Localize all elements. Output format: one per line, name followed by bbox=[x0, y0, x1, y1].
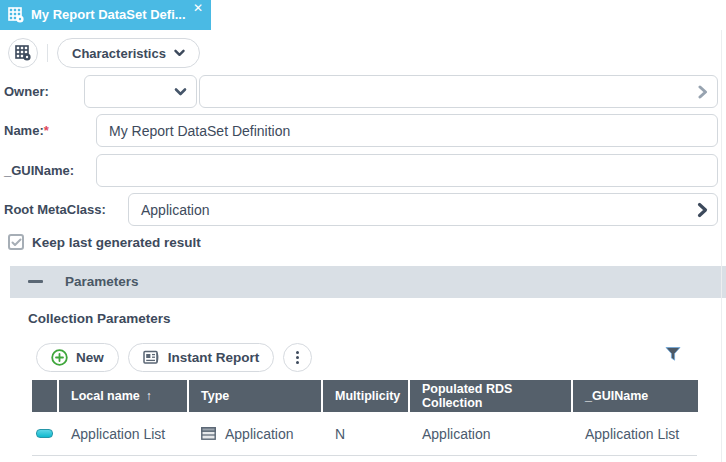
guiname-label: _GUIName: bbox=[4, 163, 74, 178]
checkbox-checked-icon bbox=[8, 234, 24, 250]
name-label: Name:* bbox=[4, 123, 49, 138]
chevron-down-icon bbox=[174, 49, 185, 57]
cyan-capsule-icon bbox=[36, 429, 53, 438]
instant-report-label: Instant Report bbox=[168, 350, 260, 365]
dataset-tool-button[interactable] bbox=[8, 38, 38, 68]
tab-title: My Report DataSet Defi... bbox=[31, 0, 186, 30]
keep-last-generated-label: Keep last generated result bbox=[32, 235, 201, 250]
name-input[interactable]: My Report DataSet Definition bbox=[96, 114, 718, 147]
more-actions-button[interactable] bbox=[283, 343, 312, 372]
chevron-right-icon[interactable] bbox=[697, 202, 708, 217]
cell-local-name: Application List bbox=[59, 426, 187, 442]
collapse-minus-icon[interactable] bbox=[28, 280, 43, 283]
chevron-right-icon[interactable] bbox=[698, 85, 708, 99]
grid-gear-icon bbox=[15, 45, 31, 61]
header-populated-rds-collection[interactable]: Populated RDS Collection bbox=[410, 380, 571, 412]
kebab-menu-icon bbox=[296, 351, 299, 364]
new-button[interactable]: New bbox=[36, 343, 119, 372]
header-icon-column[interactable] bbox=[32, 380, 57, 412]
header-local-name[interactable]: Local name ↑ bbox=[59, 380, 187, 412]
name-value: My Report DataSet Definition bbox=[109, 123, 290, 139]
header-type[interactable]: Type bbox=[189, 380, 321, 412]
owner-label: Owner: bbox=[4, 84, 49, 99]
cell-populated-rds-collection: Application bbox=[410, 426, 571, 442]
tab-my-report-dataset[interactable]: My Report DataSet Defi... ✕ bbox=[0, 0, 211, 30]
dataset-definition-panel: My Report DataSet Defi... ✕ Characterist… bbox=[0, 0, 726, 462]
table-header-row: Local name ↑ Type Multiplicity Populated… bbox=[32, 380, 700, 412]
owner-select[interactable] bbox=[84, 75, 197, 108]
parameters-section-title: Parameters bbox=[65, 266, 139, 298]
root-metaclass-field[interactable]: Application bbox=[128, 193, 718, 226]
collection-parameters-title: Collection Parameters bbox=[28, 311, 171, 326]
table-icon bbox=[201, 427, 216, 440]
header-multiplicity[interactable]: Multiplicity bbox=[323, 380, 408, 412]
collection-actions: New Instant Report bbox=[36, 343, 312, 372]
root-metaclass-label: Root MetaClass: bbox=[4, 202, 106, 217]
toolbar-separator bbox=[47, 44, 48, 62]
instant-report-button[interactable]: Instant Report bbox=[128, 343, 275, 372]
cell-type: Application bbox=[189, 426, 321, 442]
parameters-section-header[interactable]: Parameters bbox=[10, 266, 726, 298]
row-icon-cell bbox=[32, 429, 57, 438]
new-button-label: New bbox=[76, 350, 104, 365]
panel-edge bbox=[721, 30, 722, 462]
chevron-down-icon bbox=[174, 87, 187, 96]
grid-gear-icon bbox=[8, 7, 24, 23]
guiname-input[interactable] bbox=[96, 154, 718, 187]
cell-guiname: Application List bbox=[573, 426, 698, 442]
characteristics-label: Characteristics bbox=[72, 46, 166, 61]
characteristics-dropdown[interactable]: Characteristics bbox=[57, 38, 200, 68]
keep-last-generated-checkbox[interactable]: Keep last generated result bbox=[8, 234, 201, 250]
close-icon[interactable]: ✕ bbox=[190, 1, 206, 17]
sort-asc-icon: ↑ bbox=[146, 389, 152, 403]
cell-multiplicity: N bbox=[323, 426, 408, 442]
owner-picker-field[interactable] bbox=[199, 75, 718, 108]
header-guiname[interactable]: _GUIName bbox=[573, 380, 698, 412]
table-row[interactable]: Application List Application N Applicati… bbox=[32, 412, 700, 455]
filter-funnel-icon[interactable] bbox=[664, 345, 682, 363]
plus-circle-icon bbox=[51, 349, 68, 366]
report-icon bbox=[143, 350, 160, 365]
required-mark: * bbox=[44, 123, 49, 138]
root-metaclass-value: Application bbox=[141, 202, 210, 218]
row-divider bbox=[32, 455, 697, 456]
